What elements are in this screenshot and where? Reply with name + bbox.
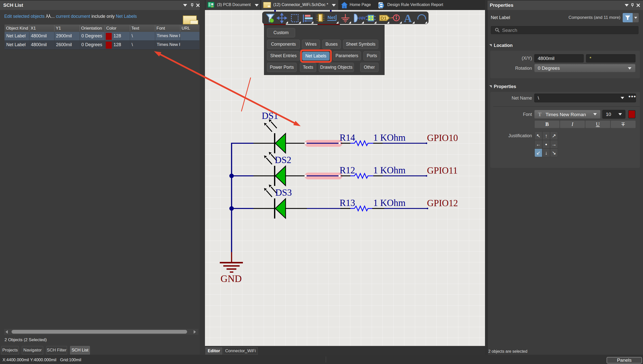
svg-text:DS3: DS3 (275, 187, 292, 198)
svg-text:DS2: DS2 (275, 155, 291, 165)
svg-text:R12: R12 (340, 165, 355, 175)
svg-text:GPIO11: GPIO11 (427, 165, 458, 176)
svg-text:HH: HH (359, 16, 365, 21)
svg-text:GPIO12: GPIO12 (427, 198, 458, 208)
svg-text:GPIO10: GPIO10 (427, 133, 458, 143)
svg-text:1 KOhm: 1 KOhm (373, 165, 406, 175)
svg-text:A: A (404, 12, 412, 24)
svg-text:DS1: DS1 (262, 111, 278, 121)
svg-text:GND: GND (221, 273, 242, 284)
svg-text:R13: R13 (340, 198, 355, 208)
svg-text:Net: Net (328, 15, 335, 20)
svg-text:1 KOhm: 1 KOhm (373, 198, 406, 208)
svg-text:R14: R14 (340, 132, 355, 143)
svg-text:1 KOhm: 1 KOhm (373, 132, 406, 143)
svg-text:D1: D1 (381, 16, 387, 21)
